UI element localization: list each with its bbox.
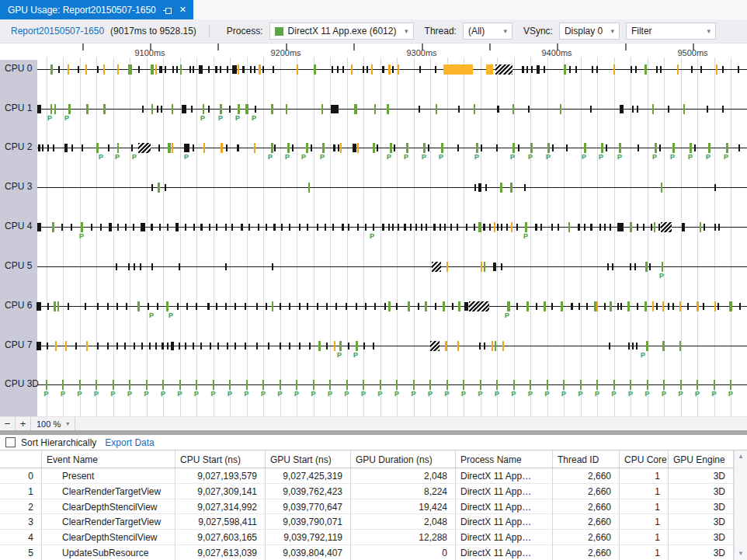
event-mark[interactable]: [501, 263, 502, 270]
event-mark[interactable]: [651, 224, 652, 231]
event-mark[interactable]: [299, 303, 301, 310]
event-mark[interactable]: [612, 263, 613, 270]
event-mark[interactable]: [551, 224, 553, 231]
event-mark[interactable]: [296, 380, 297, 390]
event-mark[interactable]: [100, 224, 102, 231]
event-mark[interactable]: [661, 183, 662, 193]
present-marker[interactable]: P: [422, 154, 426, 161]
event-mark[interactable]: [620, 303, 622, 310]
event-mark[interactable]: [496, 144, 498, 151]
event-mark[interactable]: [37, 223, 41, 231]
present-marker[interactable]: P: [294, 391, 299, 398]
event-mark[interactable]: [221, 143, 223, 153]
event-mark[interactable]: [78, 66, 79, 73]
event-mark[interactable]: [714, 184, 716, 191]
event-mark[interactable]: [189, 66, 191, 73]
present-marker[interactable]: P: [546, 154, 551, 161]
event-mark[interactable]: [547, 380, 548, 390]
event-mark[interactable]: [377, 144, 378, 151]
event-mark[interactable]: [435, 303, 436, 310]
event-mark[interactable]: [340, 143, 342, 153]
event-mark[interactable]: [679, 341, 681, 351]
event-mark[interactable]: [231, 224, 233, 231]
event-mark[interactable]: [53, 144, 54, 151]
event-mark[interactable]: [191, 106, 193, 113]
event-mark[interactable]: [322, 143, 325, 153]
present-marker[interactable]: P: [595, 391, 599, 398]
event-mark[interactable]: [116, 343, 118, 350]
event-mark[interactable]: [388, 301, 391, 311]
event-mark[interactable]: [694, 144, 696, 151]
event-mark[interactable]: [645, 64, 647, 75]
event-mark[interactable]: [229, 106, 231, 113]
event-mark[interactable]: [531, 66, 533, 73]
event-mark[interactable]: [396, 303, 398, 310]
event-mark[interactable]: [245, 104, 248, 114]
event-mark[interactable]: [382, 224, 384, 231]
event-mark[interactable]: [157, 106, 158, 113]
event-mark[interactable]: [474, 104, 475, 114]
event-mark[interactable]: [363, 380, 364, 390]
event-mark[interactable]: [54, 104, 56, 114]
event-mark[interactable]: [287, 143, 290, 153]
event-mark[interactable]: [656, 303, 658, 310]
zoom-out-button[interactable]: −: [0, 417, 16, 430]
event-mark[interactable]: [500, 183, 502, 193]
event-mark[interactable]: [299, 343, 301, 350]
event-mark[interactable]: [630, 263, 631, 270]
event-mark[interactable]: [238, 104, 240, 114]
present-marker[interactable]: P: [523, 233, 528, 240]
event-mark[interactable]: [489, 224, 491, 231]
present-marker[interactable]: P: [64, 115, 69, 122]
event-mark[interactable]: [182, 105, 186, 113]
event-mark[interactable]: [313, 380, 314, 390]
present-marker[interactable]: P: [132, 154, 137, 161]
event-mark[interactable]: [510, 183, 512, 193]
present-marker[interactable]: P: [244, 391, 248, 398]
event-mark[interactable]: [561, 301, 563, 311]
event-mark[interactable]: [289, 224, 290, 231]
event-mark[interactable]: [58, 66, 60, 73]
event-mark[interactable]: [342, 224, 344, 231]
event-mark[interactable]: [584, 143, 586, 153]
zoom-in-button[interactable]: +: [16, 417, 31, 430]
event-mark[interactable]: [225, 303, 227, 310]
event-mark[interactable]: [441, 143, 443, 153]
event-mark[interactable]: [668, 303, 669, 310]
event-mark[interactable]: [166, 301, 169, 311]
column-header[interactable]: CPU Start (ns): [175, 450, 266, 468]
present-marker[interactable]: P: [79, 233, 84, 240]
event-mark[interactable]: [596, 380, 598, 390]
event-mark[interactable]: [374, 104, 376, 114]
event-mark[interactable]: [679, 301, 681, 311]
event-mark[interactable]: [450, 224, 452, 231]
present-marker[interactable]: P: [599, 154, 603, 161]
event-mark[interactable]: [406, 143, 408, 153]
event-mark[interactable]: [398, 224, 399, 231]
event-mark[interactable]: [68, 104, 71, 114]
event-mark[interactable]: [259, 64, 261, 75]
event-mark[interactable]: [37, 105, 41, 113]
column-header[interactable]: Thread ID: [553, 450, 620, 468]
event-mark[interactable]: [522, 66, 524, 73]
event-mark[interactable]: [463, 380, 464, 390]
event-mark[interactable]: [530, 143, 533, 153]
event-mark[interactable]: [138, 66, 140, 73]
event-mark[interactable]: [524, 184, 526, 191]
event-mark[interactable]: [266, 224, 267, 231]
event-mark[interactable]: [662, 301, 664, 311]
event-mark[interactable]: [353, 144, 356, 152]
event-mark[interactable]: [466, 224, 467, 231]
event-mark[interactable]: [654, 222, 655, 232]
thread-dropdown[interactable]: (All) ▾: [463, 23, 512, 40]
event-mark[interactable]: [339, 341, 342, 351]
event-mark[interactable]: [691, 66, 693, 73]
event-mark[interactable]: [436, 104, 437, 114]
event-mark[interactable]: [464, 302, 468, 311]
event-mark[interactable]: [525, 222, 527, 232]
event-mark[interactable]: [683, 104, 685, 114]
event-mark[interactable]: [309, 343, 311, 350]
event-mark[interactable]: [179, 263, 180, 270]
event-mark[interactable]: [592, 66, 593, 73]
event-mark[interactable]: [722, 106, 724, 113]
